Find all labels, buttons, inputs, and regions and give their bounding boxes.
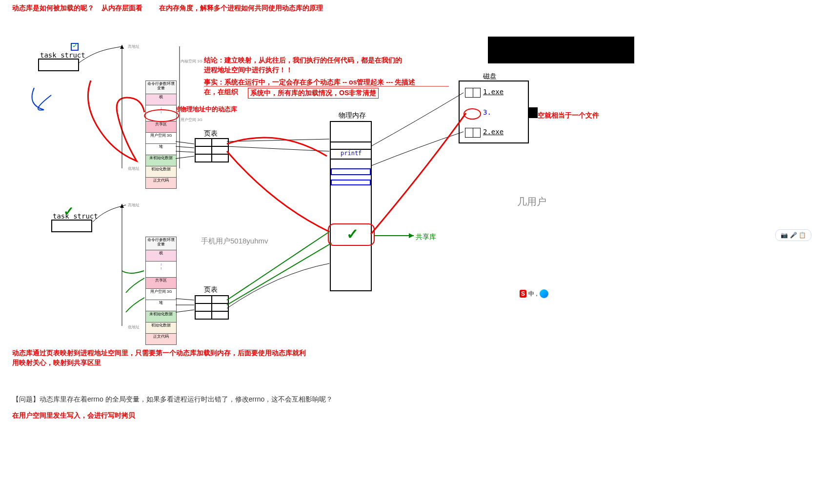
users-label: 几用户 — [517, 195, 546, 208]
file2-icon — [465, 128, 481, 138]
green-check-icon — [71, 43, 79, 51]
conclusion-line1: 结论：建立映射，从此往后，我们执行的任何代码，都是在我们的 — [204, 56, 402, 65]
page-table-label-2: 页表 — [204, 285, 218, 294]
physmem-box: printf — [330, 121, 372, 291]
seg-heap: 堆 — [146, 144, 176, 155]
page-table-2 — [195, 295, 229, 320]
hi-addr-2: 高地址 — [128, 202, 140, 208]
sogou-icon: S — [520, 290, 526, 298]
answer: 在用户空间里发生写入，会进行写时拷贝 — [12, 411, 135, 420]
physmem-label: 物理内存 — [339, 111, 366, 120]
lo-addr-2: 低地址 — [128, 324, 140, 330]
conclusion-fact: 事实：系统在运行中，一定会存在多个动态库 -- os管理起来 --- 先描述 — [204, 78, 415, 87]
watermark: 手机用户5018yuhmv — [201, 237, 268, 246]
question: 【问题】动态库里存在着errno 的全局变量，如果多看进程运行时出错了，修改er… — [12, 395, 333, 404]
connector-lines — [0, 0, 826, 504]
file3-label: 3. — [483, 108, 491, 116]
svg-marker-2 — [120, 204, 124, 208]
seg-kernel: 命令行参数环境变量 — [146, 81, 176, 94]
lo-addr-1: 低地址 — [128, 166, 140, 171]
conclusion-boxed: 系统中，所有库的加载情况，OS非常清楚 — [248, 88, 379, 99]
summary-1: 动态库通过页表映射到进程地址空间里，只需要第一个动态库加载到内存，后面要使用动态… — [12, 349, 306, 358]
addr-space-1: 命令行参数环境变量 栈 ↓↑ 共享区 用户空间 3G 堆 未初始化数据 初始化数… — [145, 81, 177, 189]
shared-lib-label: 共享库 — [416, 233, 436, 242]
uspace-1: 用户空间 3G — [181, 117, 202, 122]
svg-marker-1 — [120, 45, 124, 49]
kspace-1: 内核空间 1G — [181, 59, 202, 64]
page-table-label-1: 页表 — [204, 129, 218, 138]
file2-label: 2.exe — [483, 128, 504, 136]
task-struct-box-2 — [51, 220, 92, 232]
conclusion-line2: 进程地址空间中进行执行！！ — [204, 66, 293, 75]
file1-label: 1.exe — [483, 88, 504, 96]
seg-uninit: 未初始化数据 — [146, 155, 176, 166]
equiv-note: 空就相当于一个文件 — [538, 111, 599, 120]
seg-share: 共享区 — [146, 121, 176, 133]
printf-label: printf — [341, 150, 362, 157]
ime-indicator[interactable]: S 中 , — [520, 289, 548, 298]
edge-icon — [540, 289, 548, 298]
svg-marker-0 — [409, 233, 414, 238]
header-persp: 从内存层面看 — [101, 4, 142, 13]
seg-stack: 栈 — [146, 94, 176, 105]
redacted-top — [488, 37, 634, 63]
page-table-1 — [195, 138, 229, 162]
shared-check-icon: ✓ — [346, 225, 359, 242]
file3-circle — [463, 108, 481, 120]
conclusion-fact2: 在，在组织 — [204, 88, 238, 97]
check-icon-2: ✓ — [63, 204, 74, 219]
mapping-note: 映射物理地址中的动态库 — [167, 105, 237, 114]
hi-addr-1: 高地址 — [128, 44, 140, 49]
summary-2: 用映射关心，映射到共享区里 — [12, 359, 101, 367]
header-q1: 动态库是如何被加载的呢？ — [12, 4, 94, 13]
seg-code: 正文代码 — [146, 178, 176, 188]
task-struct-label-2: task_struct — [53, 212, 98, 220]
share-circle-1 — [144, 109, 179, 122]
browser-tool[interactable]: 📷 🎤 📋 — [775, 229, 811, 241]
disk-label: 磁盘 — [483, 72, 497, 81]
seg-user: 用户空间 3G — [146, 133, 176, 144]
addr-space-2: 命令行参数环境变量 栈 ↓↑ 共享区 用户空间 3G 堆 未初始化数据 初始化数… — [145, 237, 177, 345]
header-q2: 在内存角度，解释多个进程如何共同使用动态库的原理 — [159, 4, 323, 13]
task-struct-box-1 — [38, 59, 79, 71]
seg-init: 初始化数据 — [146, 166, 176, 178]
ime-lang: 中 , — [528, 290, 538, 298]
task-struct-label-1: task_struct — [40, 51, 85, 59]
file1-icon — [465, 88, 481, 98]
